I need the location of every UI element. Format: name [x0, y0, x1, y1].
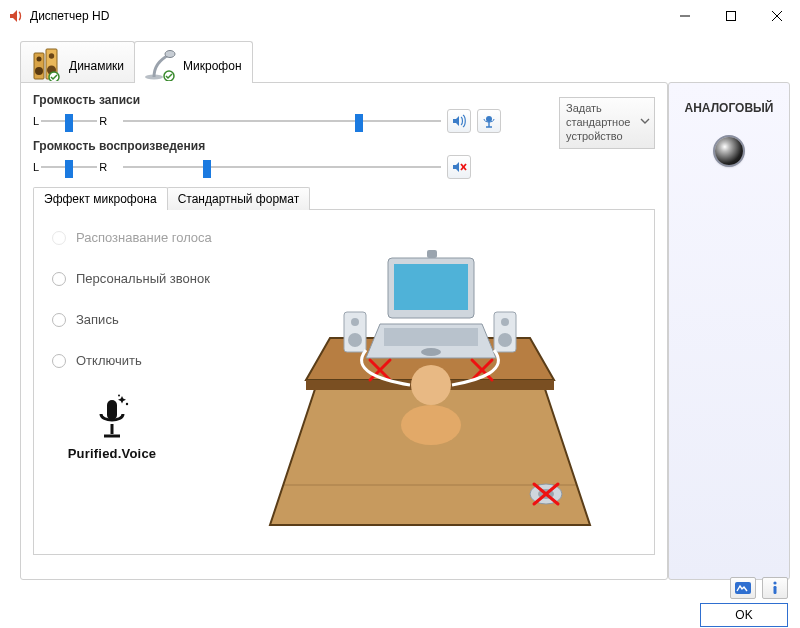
svg-point-21: [118, 395, 120, 397]
window-title: Диспетчер HD: [30, 9, 662, 23]
radio-label: Отключить: [76, 353, 142, 368]
client-area: Динамики Микрофон Задать стандартное уст…: [0, 32, 800, 572]
analog-title: АНАЛОГОВЫЙ: [669, 101, 789, 115]
tab-microphone[interactable]: Микрофон: [134, 41, 252, 83]
desk-scene-illustration: [260, 230, 600, 534]
svg-point-14: [486, 116, 492, 122]
balance-right-label: R: [99, 161, 107, 173]
close-button[interactable]: [754, 0, 800, 32]
info-button[interactable]: [762, 577, 788, 599]
brand-logo-icon: [735, 582, 751, 594]
speaker-app-icon: [8, 8, 24, 24]
subtab-default-format[interactable]: Стандартный формат: [167, 187, 311, 210]
svg-point-31: [421, 348, 441, 356]
effect-radio-list: Распознавание голоса Персональный звонок…: [52, 230, 252, 544]
microphone-icon: [143, 47, 177, 81]
recording-mic-boost-button[interactable]: [477, 109, 501, 133]
radio-icon: [52, 272, 66, 286]
info-icon: [769, 581, 781, 595]
balance-left-label: L: [33, 115, 39, 127]
svg-point-12: [165, 51, 175, 58]
svg-rect-27: [394, 264, 468, 310]
playback-level-slider[interactable]: [123, 159, 441, 175]
balance-right-label: R: [99, 115, 107, 127]
radio-label: Персональный звонок: [76, 271, 210, 286]
svg-rect-50: [774, 586, 777, 594]
svg-rect-17: [107, 400, 117, 420]
svg-point-37: [498, 333, 512, 347]
analog-panel: АНАЛОГОВЫЙ: [668, 82, 790, 580]
subtab-mic-effect[interactable]: Эффект микрофона: [33, 187, 168, 210]
radio-icon: [52, 313, 66, 327]
svg-rect-28: [427, 250, 437, 258]
window-controls: [662, 0, 800, 32]
mic-boost-icon: [481, 113, 497, 129]
brand-name: Purified.Voice: [52, 446, 172, 461]
svg-point-8: [49, 53, 54, 58]
analog-jack[interactable]: [715, 137, 743, 165]
radio-record[interactable]: Запись: [52, 312, 252, 327]
svg-point-10: [49, 72, 59, 81]
tab-speakers[interactable]: Динамики: [20, 41, 135, 83]
purified-voice-brand: Purified.Voice: [52, 394, 172, 461]
title-bar: Диспетчер HD: [0, 0, 800, 32]
playback-balance-slider[interactable]: L R: [33, 159, 117, 175]
radio-personal-call[interactable]: Персональный звонок: [52, 271, 252, 286]
svg-point-49: [773, 581, 776, 584]
radio-voice-recognition[interactable]: Распознавание голоса: [52, 230, 252, 245]
svg-point-34: [348, 333, 362, 347]
radio-disable[interactable]: Отключить: [52, 353, 252, 368]
ok-label: OK: [735, 608, 752, 622]
brand-logo-button[interactable]: [730, 577, 756, 599]
radio-label: Запись: [76, 312, 119, 327]
recording-level-slider[interactable]: [123, 113, 441, 129]
radio-icon: [52, 354, 66, 368]
main-panel: Задать стандартное устройство Громкость …: [20, 82, 668, 580]
svg-rect-1: [727, 12, 736, 21]
recording-balance-slider[interactable]: L R: [33, 113, 117, 129]
svg-point-6: [35, 67, 43, 75]
svg-point-5: [37, 57, 42, 62]
playback-mute-button[interactable]: [447, 155, 471, 179]
ok-button[interactable]: OK: [700, 603, 788, 627]
speaker-muted-icon: [451, 159, 467, 175]
radio-label: Распознавание голоса: [76, 230, 212, 245]
subtab-label: Стандартный формат: [178, 192, 300, 206]
mic-effect-panel: Распознавание голоса Персональный звонок…: [33, 209, 655, 555]
balance-left-label: L: [33, 161, 39, 173]
purified-voice-mic-icon: [90, 394, 134, 442]
tab-speakers-label: Динамики: [69, 59, 124, 81]
subtab-label: Эффект микрофона: [44, 192, 157, 206]
radio-icon: [52, 231, 66, 245]
recording-volume-icon-button[interactable]: [447, 109, 471, 133]
svg-point-36: [501, 318, 509, 326]
default-device-button[interactable]: Задать стандартное устройство: [559, 97, 655, 149]
svg-rect-30: [384, 328, 478, 346]
maximize-button[interactable]: [708, 0, 754, 32]
svg-point-33: [351, 318, 359, 326]
default-device-label: Задать стандартное устройство: [566, 102, 630, 142]
speakers-icon: [29, 47, 63, 81]
svg-point-20: [126, 403, 128, 405]
device-tabs: Динамики Микрофон: [20, 41, 668, 83]
tab-microphone-label: Микрофон: [183, 59, 241, 81]
minimize-button[interactable]: [662, 0, 708, 32]
sub-tabs: Эффект микрофона Стандартный формат: [33, 187, 655, 210]
chevron-down-icon: [640, 116, 650, 130]
svg-point-42: [411, 365, 451, 405]
svg-point-43: [401, 405, 461, 445]
speaker-waves-icon: [451, 113, 467, 129]
